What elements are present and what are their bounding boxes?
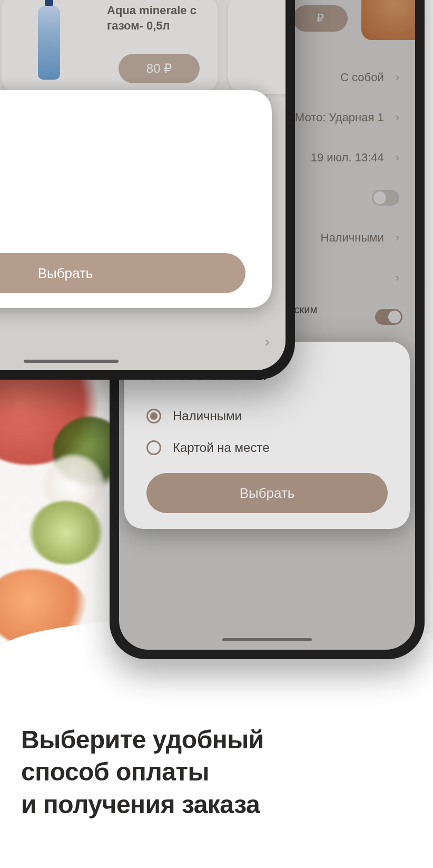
home-indicator [24,360,119,363]
order-type-value: С собой [340,71,384,84]
front-phone-frame: Aqua minerale с газом- 0,5л 80 ₽ Тип зак… [0,0,295,380]
location-value: -Мото: Ударная 1 [291,111,384,124]
payment-option-label: Наличными [173,409,242,423]
order-type-option-delivery[interactable]: Доставка [0,212,245,244]
payment-option-cash[interactable]: Наличными [146,400,388,432]
consent-toggle[interactable] [375,309,402,325]
headline-line3: и получения заказа [21,788,412,821]
promo-headline: Выберите удобный способ оплаты и получен… [21,724,412,821]
back-price-value: ₽ [317,12,324,25]
headline-line2: способ оплаты [21,756,412,788]
time-value: 19 июл. 13:44 [311,151,384,165]
product-price: 80 ₽ [146,61,172,76]
chevron-right-icon: › [396,111,399,124]
product-image [12,0,86,86]
payment-select-button[interactable]: Выбрать [146,473,388,513]
payment-option-card[interactable]: Картой на месте [146,432,388,464]
product-card[interactable]: Aqua minerale с газом- 0,5л 80 ₽ [2,0,218,94]
decor-blob [29,501,103,564]
order-type-option-takeaway[interactable]: С собой [0,149,245,180]
headline-line1: Выберите удобный [21,724,412,756]
product-thumb [361,0,415,40]
order-type-title: Тип заказа [0,113,245,133]
radio-icon [146,440,161,455]
order-type-option-dinein[interactable]: На месте [0,180,245,212]
chevron-right-icon: › [396,231,399,245]
chevron-right-icon: › [265,333,270,350]
product-card-next[interactable] [228,0,286,94]
payment-option-label: Картой на месте [173,440,269,455]
toggle-switch[interactable] [372,190,399,206]
radio-icon [146,409,161,423]
order-type-modal: Тип заказа С собой На месте Доставка Выб… [0,90,272,308]
order-type-select-button[interactable]: Выбрать [0,253,245,293]
chevron-right-icon: › [396,151,399,165]
product-name: Aqua minerale с газом- 0,5л [107,3,209,33]
front-phone-screen: Aqua minerale с газом- 0,5л 80 ₽ Тип зак… [0,0,286,370]
home-indicator [222,638,312,641]
chevron-right-icon: › [396,71,399,84]
chevron-right-icon: › [396,271,399,285]
product-price-pill[interactable]: 80 ₽ [119,54,200,83]
payment-value: Наличными [321,231,384,245]
comment-row[interactable]: Комментарий › [0,333,270,350]
back-price-pill[interactable]: ₽ [293,5,348,32]
